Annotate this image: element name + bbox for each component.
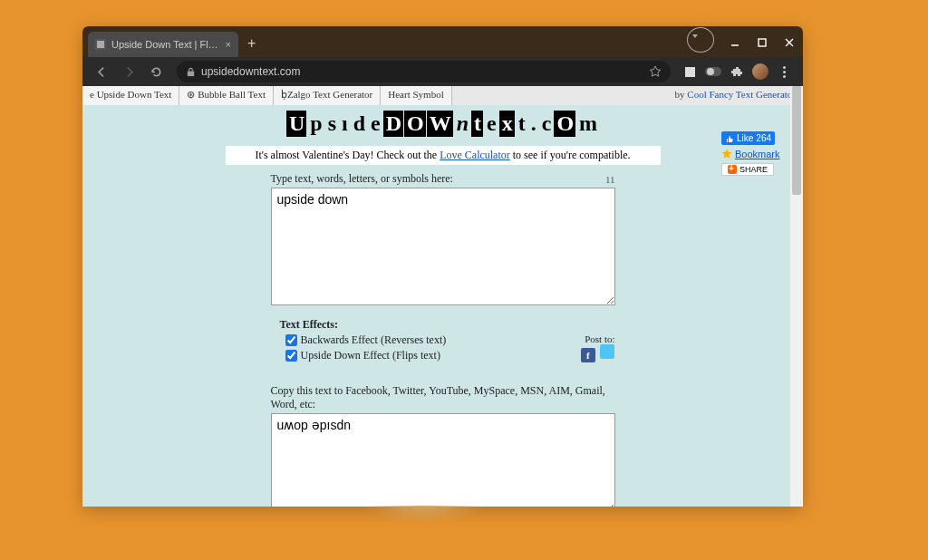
svg-rect-6 <box>188 71 194 76</box>
fb-like-button[interactable]: Like 264 <box>721 131 775 145</box>
forward-button[interactable] <box>117 60 140 83</box>
share-button[interactable]: SHARE <box>721 163 774 176</box>
upside-label: Upside Down Effect (Flips text) <box>301 349 440 362</box>
nav-upside-down[interactable]: e Upside Down Text <box>82 86 179 105</box>
effects-heading: Text Effects: <box>280 318 339 331</box>
love-calculator-link[interactable]: Love Calculator <box>440 149 510 161</box>
new-tab-button[interactable]: + <box>247 35 256 52</box>
bookmark-star-icon[interactable] <box>649 65 662 78</box>
backwards-label: Backwards Effect (Reverses text) <box>301 333 447 347</box>
svg-rect-3 <box>759 39 766 46</box>
tab-title: Upside Down Text | Flip Text, Type... <box>111 39 220 50</box>
nav-zalgo[interactable]: ḅZalgo Text Generator <box>274 86 381 105</box>
post-to: Post to: f <box>580 333 615 362</box>
input-textarea[interactable]: upside down <box>271 188 615 305</box>
svg-rect-1 <box>97 41 104 48</box>
bookmark-link[interactable]: Bookmark <box>721 149 785 159</box>
minimize-button[interactable] <box>721 30 749 55</box>
dock-shadow <box>334 506 515 560</box>
back-button[interactable] <box>90 60 113 83</box>
attribution-link[interactable]: Cool Fancy Text Generator <box>687 89 796 100</box>
nav-link-bar: e Upside Down Text ⊛ Bubble Ball Text ḅZ… <box>82 86 803 105</box>
nav-attribution: by Cool Fancy Text Generator <box>668 86 803 105</box>
browser-tab[interactable]: Upside Down Text | Flip Text, Type... × <box>88 32 238 57</box>
site-logo: UpsıdeDOWntext.cOm <box>82 105 803 146</box>
extension-icon[interactable] <box>682 63 698 80</box>
post-facebook[interactable]: f <box>581 348 595 362</box>
input-label: Type text, words, letters, or symbols he… <box>271 172 615 186</box>
star-icon <box>721 149 732 159</box>
nav-heart[interactable]: Heart Symbol <box>381 86 451 105</box>
tab-search-button[interactable] <box>687 27 714 53</box>
url-text: upsidedowntext.com <box>201 65 300 78</box>
char-count: 11 <box>605 174 615 185</box>
promo-banner: It's almost Valentine's Day! Check out t… <box>226 146 661 165</box>
output-textarea[interactable]: uʍop ǝpısdn <box>271 413 615 507</box>
url-field[interactable]: upsidedowntext.com <box>177 61 671 82</box>
page-icon <box>95 39 106 50</box>
nav-bubble-ball[interactable]: ⊛ Bubble Ball Text <box>179 86 274 105</box>
reload-button[interactable] <box>144 60 168 83</box>
close-button[interactable] <box>776 30 803 55</box>
output-label: Copy this text to Facebook, Twitter, You… <box>271 384 615 411</box>
upside-checkbox[interactable] <box>285 350 297 362</box>
thumbs-up-icon <box>725 134 734 143</box>
post-twitter[interactable] <box>600 344 614 359</box>
tab-close-button[interactable]: × <box>226 39 231 50</box>
extension-toggle-icon[interactable] <box>705 63 721 80</box>
backwards-checkbox[interactable] <box>285 334 297 346</box>
svg-point-8 <box>707 68 714 75</box>
maximize-button[interactable] <box>749 30 776 55</box>
window-titlebar: Upside Down Text | Flip Text, Type... × … <box>82 26 803 57</box>
lock-icon <box>186 67 196 77</box>
extensions-icon[interactable] <box>729 63 745 80</box>
scrollbar-thumb[interactable] <box>792 86 801 195</box>
main-menu-button[interactable] <box>776 63 792 80</box>
profile-avatar[interactable] <box>752 63 768 80</box>
share-icon <box>728 165 737 174</box>
address-bar: upsidedowntext.com <box>82 57 803 86</box>
scrollbar[interactable] <box>790 86 803 507</box>
